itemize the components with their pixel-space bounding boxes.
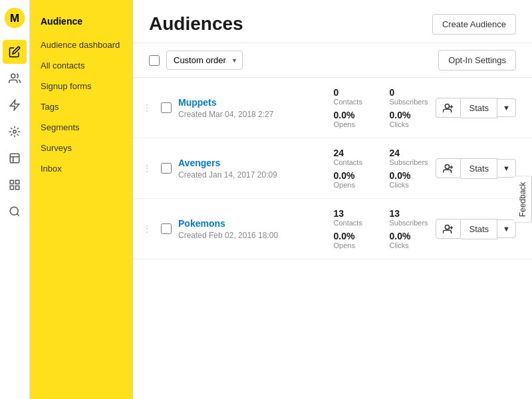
contacts-value: 0 <box>333 87 373 98</box>
drag-handle[interactable]: ⋮ <box>140 102 154 113</box>
subscribers-label: Subscribers <box>389 158 429 166</box>
clicks-stat: 0.0% Clicks <box>389 231 429 249</box>
stats-dropdown-avengers[interactable]: ▼ <box>497 159 516 178</box>
contacts-icon[interactable] <box>3 66 27 90</box>
svg-point-10 <box>10 207 18 215</box>
mailchimp-logo[interactable]: M <box>3 7 26 29</box>
contacts-label: Contacts <box>333 98 373 106</box>
add-contact-button-muppets[interactable] <box>436 98 461 118</box>
opens-label: Opens <box>333 181 373 189</box>
feedback-tab[interactable]: Feedback <box>514 176 532 223</box>
opens-value: 0.0% <box>333 110 373 120</box>
audience-date-pokemons: Created Feb 02, 2016 18:00 <box>178 231 316 240</box>
contacts-value: 24 <box>333 148 373 158</box>
audience-list: ⋮ Muppets Created Mar 04, 2018 2:27 0 Co… <box>133 78 532 399</box>
optin-settings-button[interactable]: Opt-In Settings <box>438 50 516 70</box>
subscribers-block-muppets: 0 Subscribers 0.0% Clicks <box>389 87 429 128</box>
add-contact-button-pokemons[interactable] <box>436 219 461 239</box>
svg-point-17 <box>446 225 450 229</box>
search-icon[interactable] <box>3 200 27 223</box>
stats-dropdown-pokemons[interactable]: ▼ <box>497 219 516 238</box>
svg-rect-7 <box>16 180 19 184</box>
nav-item-dashboard[interactable]: Audience dashboard <box>30 35 133 55</box>
drag-handle[interactable]: ⋮ <box>140 223 154 234</box>
create-audience-button[interactable]: Create Audience <box>432 14 516 35</box>
opens-label: Opens <box>333 241 373 249</box>
opens-stat: 0.0% Opens <box>333 110 373 128</box>
subscribers-value: 24 <box>389 148 429 158</box>
audience-name-avengers[interactable]: Avengers <box>178 158 220 168</box>
row-actions-pokemons: Stats ▼ <box>436 219 516 239</box>
contacts-label: Contacts <box>333 158 373 166</box>
campaigns-icon[interactable] <box>3 93 27 117</box>
audience-row: ⋮ Muppets Created Mar 04, 2018 2:27 0 Co… <box>133 78 532 138</box>
nav-title: Audience <box>30 11 133 35</box>
integrations-icon[interactable] <box>3 173 27 197</box>
audience-name-pokemons[interactable]: Pokemons <box>178 218 225 229</box>
row-info-avengers: Avengers Created Jan 14, 2017 20:09 <box>178 157 316 180</box>
row-checkbox-pokemons[interactable] <box>161 223 172 234</box>
audience-date-muppets: Created Mar 04, 2018 2:27 <box>178 110 316 119</box>
automation-icon[interactable] <box>3 120 27 144</box>
subscribers-value: 0 <box>389 87 429 98</box>
drag-handle[interactable]: ⋮ <box>140 163 154 174</box>
svg-rect-5 <box>10 154 19 163</box>
main-header: Audiences Create Audience <box>133 0 532 43</box>
row-stats-avengers: 24 Contacts 0.0% Opens 24 Subscribers 0.… <box>333 148 429 189</box>
svg-point-4 <box>13 130 17 134</box>
stats-button-muppets[interactable]: Stats <box>461 98 497 118</box>
svg-point-14 <box>446 165 450 169</box>
nav-item-signup[interactable]: Signup forms <box>30 76 133 96</box>
row-stats-muppets: 0 Contacts 0.0% Opens 0 Subscribers 0.0% <box>333 87 429 128</box>
reports-icon[interactable] <box>3 146 27 170</box>
edit-icon[interactable] <box>3 40 27 64</box>
select-all-checkbox[interactable] <box>149 55 160 66</box>
clicks-value: 0.0% <box>389 170 429 181</box>
subscribers-stat: 0 Subscribers <box>389 87 429 106</box>
clicks-value: 0.0% <box>389 231 429 241</box>
order-wrapper: Custom order <box>166 51 243 70</box>
subscribers-block-pokemons: 13 Subscribers 0.0% Clicks <box>389 208 429 249</box>
nav-item-segments[interactable]: Segments <box>30 117 133 138</box>
opens-value: 0.0% <box>333 170 373 181</box>
nav-item-tags[interactable]: Tags <box>30 96 133 117</box>
subscribers-stat: 13 Subscribers <box>389 208 429 227</box>
contacts-stat: 13 Contacts <box>333 208 373 227</box>
row-checkbox-muppets[interactable] <box>161 102 172 113</box>
stats-button-avengers[interactable]: Stats <box>461 158 497 179</box>
svg-rect-9 <box>16 186 19 190</box>
stats-dropdown-muppets[interactable]: ▼ <box>497 98 516 117</box>
audience-date-avengers: Created Jan 14, 2017 20:09 <box>178 170 316 180</box>
row-stats-pokemons: 13 Contacts 0.0% Opens 13 Subscribers 0.… <box>333 208 429 249</box>
contacts-label: Contacts <box>333 219 373 227</box>
subscribers-label: Subscribers <box>389 98 429 106</box>
row-info-pokemons: Pokemons Created Feb 02, 2016 18:00 <box>178 217 316 240</box>
feedback-wrapper: Feedback <box>514 176 532 223</box>
contacts-value: 13 <box>333 208 373 219</box>
clicks-label: Clicks <box>389 241 429 249</box>
nav-panel: Audience Audience dashboard All contacts… <box>30 0 133 399</box>
row-actions-muppets: Stats ▼ <box>436 98 516 118</box>
row-checkbox-avengers[interactable] <box>161 163 172 174</box>
nav-item-surveys[interactable]: Surveys <box>30 138 133 158</box>
clicks-label: Clicks <box>389 120 429 128</box>
subscribers-stat: 24 Subscribers <box>389 148 429 166</box>
clicks-stat: 0.0% Clicks <box>389 110 429 128</box>
svg-point-11 <box>446 104 450 108</box>
audience-row: ⋮ Avengers Created Jan 14, 2017 20:09 24… <box>133 138 532 199</box>
svg-text:M: M <box>10 12 19 25</box>
nav-item-contacts[interactable]: All contacts <box>30 55 133 76</box>
subscribers-block-avengers: 24 Subscribers 0.0% Clicks <box>389 148 429 189</box>
svg-marker-3 <box>10 100 19 110</box>
order-select[interactable]: Custom order <box>166 51 243 70</box>
toolbar: Custom order Opt-In Settings <box>133 43 532 78</box>
main-content: Audiences Create Audience Custom order O… <box>133 0 532 399</box>
add-contact-button-avengers[interactable] <box>436 158 461 178</box>
audience-row: ⋮ Pokemons Created Feb 02, 2016 18:00 13… <box>133 199 532 259</box>
stats-button-pokemons[interactable]: Stats <box>461 219 497 239</box>
contacts-block-pokemons: 13 Contacts 0.0% Opens <box>333 208 373 249</box>
sidebar: M <box>0 0 30 399</box>
subscribers-value: 13 <box>389 208 429 219</box>
audience-name-muppets[interactable]: Muppets <box>178 97 217 108</box>
nav-item-inbox[interactable]: Inbox <box>30 158 133 179</box>
